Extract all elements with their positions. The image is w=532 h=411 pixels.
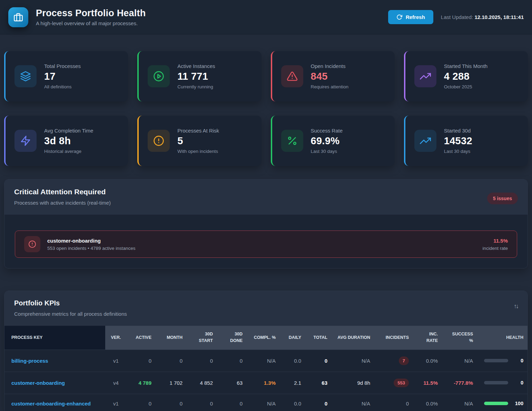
- kpi-cards-grid: Total Processes 17 All definitions Activ…: [4, 51, 528, 166]
- health-bar: [484, 381, 508, 384]
- trending-up-icon: [414, 65, 436, 87]
- incident-rate-label: incident rate: [482, 246, 508, 251]
- kpi-sub: Requires attention: [311, 84, 349, 89]
- col-header-active[interactable]: ACTIVE: [127, 326, 156, 350]
- critical-subtitle: Processes with active incidents (real-ti…: [14, 200, 111, 206]
- kpi-sub: With open incidents: [177, 149, 219, 154]
- incidents-cell: 0: [375, 394, 414, 411]
- incident-alert-row[interactable]: customer-onboarding 553 open incidents •…: [15, 231, 517, 258]
- incidents-cell: 553: [375, 372, 414, 394]
- alert-details: 553 open incidents • 4789 active instanc…: [47, 246, 135, 251]
- incident-rate-cell: 0.0%: [414, 350, 443, 372]
- kpi-card-total-processes: Total Processes 17 All definitions: [4, 51, 128, 101]
- health-cell: 0: [478, 350, 528, 372]
- process-key-link[interactable]: customer-onboarding: [11, 380, 65, 386]
- kpi-card-success-rate: Success Rate 69.9% Last 30 days: [271, 116, 395, 166]
- version-cell: v1: [105, 350, 127, 372]
- process-key-link[interactable]: customer-onboarding-enhanced: [11, 401, 91, 407]
- layers-icon: [14, 65, 37, 87]
- page-title: Process Portfolio Health: [36, 8, 146, 19]
- table-header-row: PROCESS KEY VER. ACTIVE MONTH 30D START …: [4, 326, 528, 350]
- kpi-label: Processes At Risk: [177, 128, 219, 134]
- daily-cell: 2.1: [280, 372, 306, 394]
- portfolio-kpis-section: Portfolio KPIs Comprehensive metrics for…: [4, 291, 528, 411]
- version-cell: v1: [105, 394, 127, 411]
- col-header-month[interactable]: MONTH: [156, 326, 187, 350]
- active-cell: 4 789: [127, 372, 156, 394]
- col-header-30d-done[interactable]: 30D DONE: [218, 326, 247, 350]
- col-header-daily[interactable]: DAILY: [280, 326, 306, 350]
- done-30d-cell: 0: [218, 350, 247, 372]
- version-cell: v4: [105, 372, 127, 394]
- kpi-value: 4 288: [444, 71, 487, 82]
- zap-icon: [14, 130, 37, 152]
- alert-triangle-icon: [281, 65, 303, 87]
- kpi-value: 11 771: [177, 71, 215, 82]
- alert-circle-icon: [24, 236, 40, 252]
- month-cell: 0: [156, 350, 187, 372]
- kpi-value: 5: [177, 135, 219, 147]
- col-header-process-key[interactable]: PROCESS KEY: [4, 326, 105, 350]
- month-cell: 0: [156, 394, 187, 411]
- col-header-inc-rate[interactable]: INC. RATE: [414, 326, 443, 350]
- kpi-value: 845: [311, 71, 349, 82]
- kpi-card-active-instances: Active Instances 11 771 Currently runnin…: [137, 51, 261, 101]
- col-header-avg-duration[interactable]: AVG DURATION: [332, 326, 375, 350]
- incident-rate-cell: 0.0%: [414, 394, 443, 411]
- trending-up-icon: [414, 130, 436, 152]
- alert-circle-icon: [148, 130, 170, 152]
- play-circle-icon: [148, 65, 170, 87]
- refresh-button[interactable]: Refresh: [388, 10, 433, 24]
- col-header-ver[interactable]: VER.: [105, 326, 127, 350]
- page-subtitle: A high-level overview of all major proce…: [36, 20, 146, 26]
- success-cell: N/A: [443, 394, 478, 411]
- kpi-sub: October 2025: [444, 84, 487, 89]
- start-30d-cell: 0: [187, 350, 218, 372]
- col-header-success[interactable]: SUCCESS %: [443, 326, 478, 350]
- sort-icon[interactable]: ↑↓: [514, 303, 518, 310]
- kpi-label: Started This Month: [444, 63, 487, 69]
- kpi-label: Success Rate: [311, 128, 343, 134]
- health-score: 0: [514, 380, 523, 385]
- process-key-link[interactable]: billing-process: [11, 358, 48, 364]
- col-header-compl[interactable]: COMPL. %: [247, 326, 280, 350]
- kpi-value: 69.9%: [311, 135, 343, 147]
- kpi-card-avg-completion-time: Avg Completion Time 3d 8h Historical ave…: [4, 116, 128, 166]
- avg-duration-cell: N/A: [332, 394, 375, 411]
- kpi-sub: Last 30 days: [311, 149, 343, 154]
- health-bar: [484, 359, 508, 362]
- col-header-30d-start[interactable]: 30D START: [187, 326, 218, 350]
- active-cell: 0: [127, 350, 156, 372]
- briefcase-app-icon: [8, 7, 28, 27]
- kpi-label: Started 30d: [444, 128, 472, 134]
- portfolio-subtitle: Comprehensive metrics for all process de…: [14, 311, 127, 317]
- health-bar: [484, 402, 508, 405]
- kpi-value: 14532: [444, 135, 472, 147]
- kpi-sub: Historical average: [44, 149, 93, 154]
- kpi-label: Avg Completion Time: [44, 128, 93, 134]
- kpi-card-open-incidents: Open Incidents 845 Requires attention: [271, 51, 395, 101]
- kpi-card-processes-at-risk: Processes At Risk 5 With open incidents: [137, 116, 261, 166]
- col-header-health[interactable]: HEALTH: [478, 326, 528, 350]
- completion-cell: N/A: [247, 350, 280, 372]
- kpi-value: 17: [44, 71, 81, 82]
- kpi-sub: Last 30 days: [444, 149, 472, 154]
- daily-cell: 0.0: [280, 350, 306, 372]
- critical-section: Critical Attention Required Processes wi…: [4, 179, 528, 268]
- kpi-table-body: billing-processv10000N/A0.00N/A70.0%N/A0…: [4, 350, 528, 411]
- last-updated-value: 12.10.2025, 18:11:41: [474, 14, 524, 20]
- process-key-cell: billing-process: [4, 350, 105, 372]
- success-cell: -777.8%: [443, 372, 478, 394]
- kpi-card-started-30d: Started 30d 14532 Last 30 days: [404, 116, 528, 166]
- incident-rate-cell: 11.5%: [414, 372, 443, 394]
- col-header-incidents[interactable]: INCIDENTS: [375, 326, 414, 350]
- completion-cell: 1.3%: [247, 372, 280, 394]
- kpi-card-started-this-month: Started This Month 4 288 October 2025: [404, 51, 528, 101]
- table-row: customer-onboarding-enhancedv10000N/A0.0…: [4, 394, 528, 411]
- kpi-label: Total Processes: [44, 63, 81, 69]
- col-header-total[interactable]: TOTAL: [306, 326, 332, 350]
- kpi-sub: Currently running: [177, 84, 215, 89]
- kpi-label: Open Incidents: [311, 63, 349, 69]
- refresh-label: Refresh: [406, 14, 425, 20]
- done-30d-cell: 0: [218, 394, 247, 411]
